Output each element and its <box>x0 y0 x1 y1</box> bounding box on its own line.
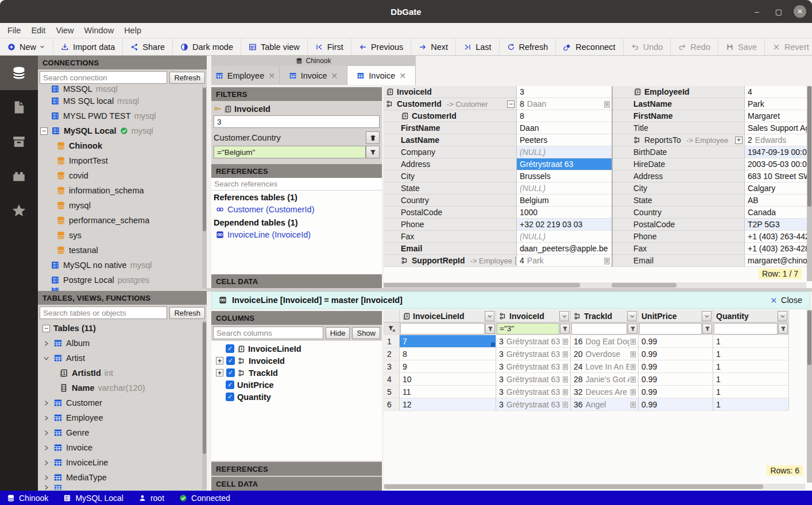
connection-performance-schema[interactable]: performance_schema <box>38 213 207 228</box>
column-menu-button[interactable] <box>627 311 637 321</box>
form-row-supportrepid[interactable]: SupportRepId -> Employee − 4Park <box>384 255 612 267</box>
toolbar-refresh-button[interactable]: Refresh <box>500 38 556 55</box>
menu-file[interactable]: File <box>2 26 26 35</box>
form-field-value[interactable]: 3 <box>517 86 612 98</box>
expand-icon[interactable]: + <box>216 357 223 364</box>
grid-cell[interactable]: 0.99 <box>639 360 713 373</box>
column-checkbox[interactable]: ✓ <box>226 356 235 365</box>
connection-mysql-no-native[interactable]: MySQL no native mysql <box>38 258 207 273</box>
grid-cell[interactable]: 36Angel <box>571 398 639 411</box>
connection-mysl-pwd-test[interactable]: MYSL PWD TEST mysql <box>38 108 207 123</box>
connection-testanal[interactable]: testanal <box>38 243 207 258</box>
filter-button[interactable] <box>560 324 570 334</box>
form-row-postalcode[interactable]: PostalCode T2P 5G3 <box>613 219 812 231</box>
form-row-state[interactable]: State (NULL) <box>384 182 612 195</box>
column-item-invoiceid[interactable]: + ✓ InvoiceId <box>211 355 382 367</box>
tab-employee-0[interactable]: Employee ✕ <box>211 66 280 85</box>
tree-item-artist[interactable]: Artist <box>38 351 207 366</box>
tab-invoice-2[interactable]: Invoice ✕ <box>347 66 416 85</box>
grid-cell[interactable]: 10 <box>400 373 496 386</box>
form-field-value[interactable]: 2003-05-03 00:00:00 <box>745 158 812 170</box>
column-menu-button[interactable] <box>702 311 712 321</box>
toolbar-previous-button[interactable]: Previous <box>351 38 411 55</box>
toolbar-first-button[interactable]: First <box>308 38 351 55</box>
connection-postgre-local[interactable]: Postgre Local postgres <box>38 273 207 288</box>
row-number[interactable]: 1 <box>384 335 400 348</box>
menu-view[interactable]: View <box>51 26 79 35</box>
form-field-value[interactable]: 4 <box>745 86 812 98</box>
filter-input[interactable] <box>571 323 627 335</box>
toolbar-import-data-button[interactable]: Import data <box>53 38 123 55</box>
form-row-country[interactable]: Country Belgium <box>384 195 612 207</box>
grid-cell[interactable]: 1 <box>713 335 789 348</box>
reference-link-invoiceline-invoiceid-[interactable]: InvoiceLine (InvoiceId) <box>211 228 382 241</box>
form-row-phone[interactable]: Phone +32 02 219 03 03 <box>384 219 612 231</box>
connection-covid[interactable]: covid <box>38 168 207 183</box>
menu-help[interactable]: Help <box>119 26 146 35</box>
column-checkbox[interactable]: ✓ <box>226 344 234 353</box>
tree-item-employee[interactable]: Employee <box>38 410 207 425</box>
close-button[interactable]: ✕ <box>794 5 806 18</box>
form-row-postalcode[interactable]: PostalCode 1000 <box>384 207 612 219</box>
row-number[interactable]: 4 <box>384 373 400 386</box>
connection-mssql[interactable]: MSSQL mssql <box>38 86 207 94</box>
form-field-value[interactable]: 4Park <box>517 255 612 267</box>
form-field-value[interactable]: 1000 <box>517 207 612 219</box>
form-field-value[interactable]: (NULL) <box>517 146 612 158</box>
form-row-hiredate[interactable]: HireDate 2003-05-03 00:00:00 <box>613 158 812 170</box>
grid-cell[interactable]: 3Grétrystraat 63 <box>496 373 571 386</box>
row-number[interactable]: 2 <box>384 348 400 360</box>
tab-close-icon[interactable]: ✕ <box>331 71 338 80</box>
chevron-right-icon[interactable] <box>42 459 50 467</box>
form-field-value[interactable]: Daan <box>517 122 612 134</box>
tab-close-icon[interactable]: ✕ <box>399 71 406 80</box>
grid-cell[interactable]: 0.99 <box>639 335 713 348</box>
grid-cell[interactable]: 1 <box>713 398 789 411</box>
grid-hscrollbar[interactable] <box>384 484 805 490</box>
rail-favorites[interactable] <box>0 193 38 228</box>
form-row-customerid[interactable]: 1 CustomerId 8 <box>384 110 612 122</box>
form-row-fax[interactable]: Fax (NULL) <box>384 231 612 243</box>
column-menu-button[interactable] <box>559 311 569 321</box>
form-field-value[interactable]: 8Daan <box>517 98 612 110</box>
form-field-value[interactable]: 8 <box>517 110 612 122</box>
grid-cell[interactable]: 9 <box>400 360 496 373</box>
grid-cell[interactable]: 12 <box>400 398 496 411</box>
form-field-value[interactable]: (NULL) <box>517 182 612 195</box>
maximize-button[interactable]: ▢ <box>772 5 786 18</box>
form-field-value[interactable]: Margaret <box>745 110 812 122</box>
chevron-right-icon[interactable] <box>42 414 50 422</box>
form-field-value[interactable]: Calgary <box>745 182 812 195</box>
form-field-value[interactable]: Peeters <box>517 134 612 146</box>
chevron-right-icon[interactable] <box>42 444 50 452</box>
form-row-email[interactable]: Email margaret@chinookcorp.com <box>613 255 812 267</box>
form-row-birthdate[interactable]: BirthDate 1947-09-19 00:00:00 <box>613 146 812 158</box>
toolbar-table-view-button[interactable]: Table view <box>241 38 308 55</box>
tree-item-tables-11-[interactable]: −Tables (11) <box>38 321 207 336</box>
form-row-firstname[interactable]: FirstName Daan <box>384 122 612 134</box>
form-field-value[interactable]: Sales Support Agent <box>745 122 812 134</box>
toolbar-last-button[interactable]: Last <box>456 38 499 55</box>
reference-link-customer-customerid-[interactable]: Customer (CustomerId) <box>211 203 382 216</box>
chevron-right-icon[interactable] <box>42 485 50 490</box>
references-header-collapsed[interactable]: REFERENCES <box>211 462 382 476</box>
toolbar-new-button[interactable]: New <box>0 38 53 55</box>
tree-item-name[interactable]: Name varchar(120) <box>38 380 207 395</box>
grid-cell[interactable]: 3Grétrystraat 63 <box>496 360 571 373</box>
filter-input[interactable] <box>639 323 702 335</box>
row-number[interactable]: 6 <box>384 398 400 411</box>
column-item-invoicelineid[interactable]: ✓ 1 InvoiceLineId <box>211 343 382 355</box>
grid-cell[interactable]: 20Overdose <box>571 348 639 360</box>
column-item-unitprice[interactable]: ✓ UnitPrice <box>211 379 382 391</box>
toolbar-reconnect-button[interactable]: Reconnect <box>556 38 623 55</box>
tables-search-input[interactable] <box>40 306 167 319</box>
form-row-reportsto[interactable]: ReportsTo -> Employee + 2Edwards <box>613 134 812 146</box>
grid-header-invoiceid[interactable]: InvoiceId <box>496 310 571 323</box>
grid-cell[interactable]: 1 <box>713 386 789 398</box>
tree-item-album[interactable]: Album <box>38 336 207 351</box>
grid-cell[interactable]: 3Grétrystraat 63 <box>496 335 571 348</box>
grid-cell[interactable]: 32Deuces Are Wild <box>571 386 639 398</box>
toolbar-redo-button[interactable]: Redo <box>671 38 718 55</box>
form-row-firstname[interactable]: FirstName Margaret <box>613 110 812 122</box>
rail-files[interactable] <box>0 90 38 125</box>
